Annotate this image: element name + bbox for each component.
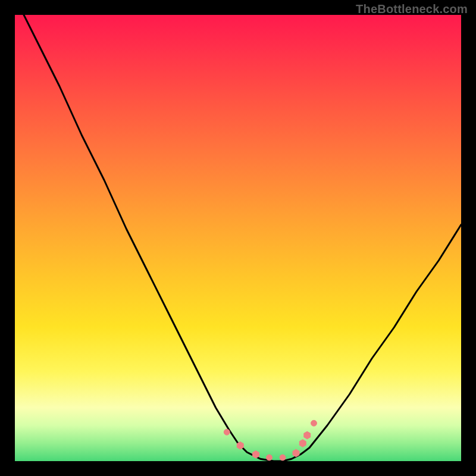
curve-marker <box>237 441 243 449</box>
outer-frame: TheBottleneck.com <box>0 0 476 476</box>
curve-markers <box>224 420 317 461</box>
chart-svg-layer <box>15 15 461 461</box>
curve-marker <box>311 420 317 426</box>
curve-marker <box>304 431 311 439</box>
watermark-text: TheBottleneck.com <box>356 2 468 16</box>
curve-marker <box>293 449 299 457</box>
bottleneck-curve <box>15 15 461 461</box>
curve-marker <box>299 440 306 447</box>
plot-area <box>15 15 461 461</box>
curve-marker <box>224 429 230 435</box>
bottleneck-curve-path <box>15 15 461 461</box>
curve-marker <box>280 455 286 461</box>
curve-marker <box>267 455 273 461</box>
curve-marker <box>253 450 259 458</box>
